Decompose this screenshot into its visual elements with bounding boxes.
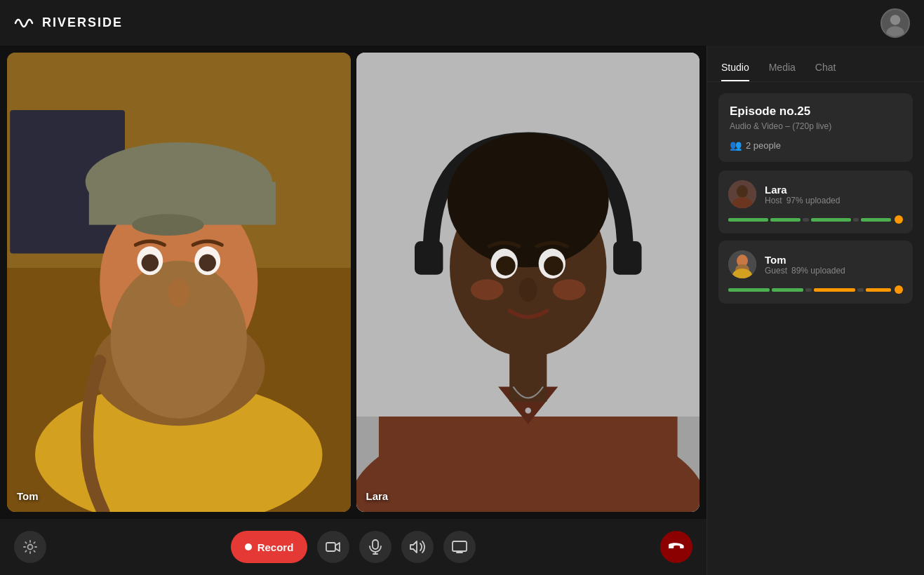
svg-rect-41 bbox=[453, 541, 467, 551]
episode-title: Episode no.25 bbox=[730, 104, 902, 119]
right-panel: Studio Media Chat Episode no.25 Audio & … bbox=[707, 46, 924, 575]
progress-seg-2 bbox=[770, 218, 801, 222]
main-layout: Tom bbox=[0, 46, 924, 575]
logo: RIVERSIDE bbox=[14, 13, 123, 34]
user-avatar[interactable] bbox=[881, 8, 910, 38]
tom-seg-3 bbox=[805, 288, 812, 292]
settings-button[interactable] bbox=[14, 531, 46, 563]
participant-header-tom: Tom Guest 89% uploaded bbox=[728, 250, 903, 278]
upload-pct-tom: 89% uploaded bbox=[791, 266, 845, 276]
participant-name-tom: Tom bbox=[765, 254, 903, 266]
svg-rect-25 bbox=[415, 241, 443, 275]
toolbar: Record bbox=[0, 519, 707, 575]
svg-point-35 bbox=[552, 279, 585, 300]
tom-seg-1 bbox=[728, 288, 770, 292]
screen-share-button[interactable] bbox=[443, 531, 476, 563]
progress-thumb-lara bbox=[895, 215, 903, 224]
svg-point-27 bbox=[447, 133, 608, 268]
svg-rect-37 bbox=[326, 543, 335, 551]
progress-bar-tom bbox=[728, 285, 903, 294]
svg-rect-26 bbox=[613, 241, 641, 275]
svg-point-36 bbox=[28, 545, 33, 550]
tom-seg-2 bbox=[772, 288, 803, 292]
screen-icon bbox=[452, 541, 467, 553]
svg-point-32 bbox=[518, 278, 537, 302]
svg-point-11 bbox=[132, 214, 203, 236]
participant-card-tom: Tom Guest 89% uploaded bbox=[718, 241, 913, 304]
svg-point-16 bbox=[142, 255, 159, 272]
gear-icon bbox=[23, 540, 37, 554]
video-area: Tom bbox=[0, 46, 707, 575]
progress-seg-1 bbox=[728, 218, 768, 222]
volume-icon bbox=[410, 541, 425, 553]
svg-rect-38 bbox=[373, 540, 378, 549]
avatar-lara bbox=[728, 180, 756, 208]
app-name: RIVERSIDE bbox=[42, 15, 123, 30]
camera-icon bbox=[326, 541, 341, 553]
panel-tabs: Studio Media Chat bbox=[707, 46, 924, 82]
tom-seg-4 bbox=[814, 288, 855, 292]
svg-point-1 bbox=[890, 15, 900, 25]
video-grid: Tom bbox=[0, 46, 707, 519]
tom-seg-6 bbox=[866, 288, 891, 292]
camera-button[interactable] bbox=[317, 531, 349, 563]
video-label-lara: Lara bbox=[366, 490, 389, 502]
progress-thumb-tom bbox=[895, 285, 903, 294]
participant-card-lara: Lara Host 97% uploaded bbox=[718, 170, 913, 234]
people-count: 👥 2 people bbox=[730, 140, 902, 151]
svg-point-30 bbox=[495, 256, 515, 276]
avatar-tom bbox=[728, 250, 756, 278]
header: RIVERSIDE bbox=[0, 0, 924, 46]
video-label-tom: Tom bbox=[17, 490, 39, 502]
progress-seg-5 bbox=[853, 218, 859, 222]
volume-button[interactable] bbox=[401, 531, 434, 563]
toolbar-left bbox=[14, 531, 46, 563]
progress-seg-6 bbox=[861, 218, 891, 222]
participant-name-lara: Lara bbox=[765, 184, 903, 196]
svg-point-33 bbox=[525, 407, 531, 414]
episode-card: Episode no.25 Audio & Video – (720p live… bbox=[718, 93, 913, 162]
progress-seg-4 bbox=[811, 218, 851, 222]
svg-rect-22 bbox=[378, 417, 677, 512]
record-dot bbox=[245, 543, 252, 550]
progress-bar-lara bbox=[728, 215, 903, 224]
participant-role-lara: Host bbox=[765, 196, 782, 205]
participant-header-lara: Lara Host 97% uploaded bbox=[728, 180, 903, 208]
participant-role-tom: Guest bbox=[765, 266, 787, 276]
end-call-icon bbox=[669, 539, 684, 555]
people-count-label: 2 people bbox=[746, 140, 781, 151]
mic-icon bbox=[369, 539, 382, 555]
tab-media[interactable]: Media bbox=[769, 62, 796, 81]
record-button[interactable]: Record bbox=[231, 531, 308, 563]
svg-point-31 bbox=[544, 256, 563, 276]
logo-icon bbox=[14, 13, 35, 34]
svg-point-45 bbox=[737, 185, 748, 198]
video-tile-lara: Lara bbox=[356, 53, 700, 512]
end-call-button[interactable] bbox=[660, 531, 692, 563]
panel-content: Episode no.25 Audio & Video – (720p live… bbox=[707, 82, 924, 575]
video-tile-tom: Tom bbox=[7, 53, 351, 512]
participant-info-lara: Lara Host 97% uploaded bbox=[765, 184, 903, 205]
people-icon: 👥 bbox=[730, 140, 742, 151]
svg-point-17 bbox=[199, 255, 216, 272]
progress-seg-3 bbox=[803, 218, 809, 222]
tom-seg-5 bbox=[857, 288, 864, 292]
mic-button[interactable] bbox=[359, 531, 391, 563]
record-label: Record bbox=[257, 541, 294, 553]
episode-subtitle: Audio & Video – (720p live) bbox=[730, 121, 902, 131]
toolbar-center: Record bbox=[231, 531, 476, 563]
upload-pct-lara: 97% uploaded bbox=[786, 196, 841, 205]
tab-chat[interactable]: Chat bbox=[815, 62, 836, 81]
tab-studio[interactable]: Studio bbox=[721, 62, 749, 81]
svg-point-18 bbox=[168, 278, 189, 307]
svg-point-34 bbox=[470, 279, 503, 300]
toolbar-right bbox=[660, 531, 692, 563]
participant-info-tom: Tom Guest 89% uploaded bbox=[765, 254, 903, 276]
